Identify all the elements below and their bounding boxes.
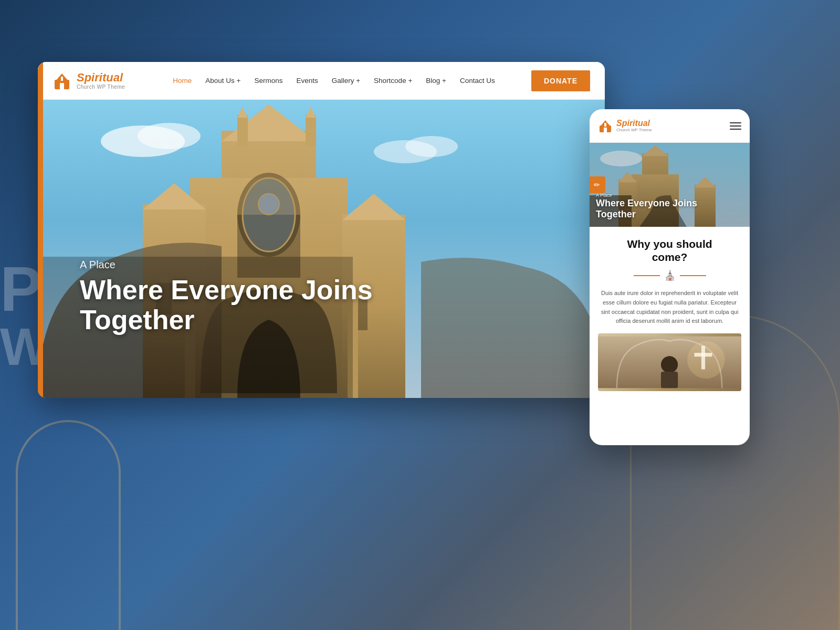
desktop-hero: A Place Where Everyone Joins Together — [38, 100, 605, 398]
mobile-section-title-line1: Why you should — [627, 238, 712, 250]
desktop-nav: Home About Us + Sermons Events Gallery +… — [136, 74, 531, 88]
desktop-brand: Spiritual Church WP Theme — [52, 71, 136, 90]
nav-home[interactable]: Home — [167, 74, 197, 88]
svg-rect-2 — [60, 83, 64, 89]
mobile-section-divider: ⛪ — [598, 270, 741, 281]
mobile-brand: Spiritual Church WP Theme — [598, 119, 652, 133]
svg-point-47 — [661, 356, 678, 373]
mobile-bottom-image — [598, 333, 741, 391]
brand-text: Spiritual Church WP Theme — [77, 71, 125, 90]
mobile-hero-text: A Place Where Everyone Joins Together — [596, 193, 697, 220]
brand-subtitle: Church WP Theme — [77, 84, 125, 90]
svg-rect-48 — [661, 372, 678, 388]
mobile-brand-subtitle: Church WP Theme — [616, 128, 652, 133]
svg-point-8 — [405, 136, 458, 157]
orange-accent-strip — [38, 62, 43, 398]
mobile-hero: ✏ A Place Where Everyone Joins Together — [590, 143, 750, 227]
nav-events[interactable]: Events — [291, 74, 323, 88]
mobile-hero-title-line1: Where Everyone Joins — [596, 198, 697, 208]
mobile-brand-name: Spiritual — [616, 119, 652, 128]
nav-shortcode[interactable]: Shortcode + — [369, 74, 417, 88]
mobile-body-text: Duis aute irure dolor in reprehenderit i… — [598, 289, 741, 326]
brand-name: Spiritual — [77, 71, 125, 84]
svg-rect-3 — [61, 77, 63, 81]
divider-line-left — [634, 275, 660, 276]
church-icon: ⛪ — [664, 270, 676, 281]
arch-decoration-left — [16, 420, 121, 630]
desktop-mockup: Spiritual Church WP Theme Home About Us … — [38, 62, 605, 398]
nav-sermons[interactable]: Sermons — [249, 74, 288, 88]
svg-point-49 — [687, 341, 725, 379]
mobile-church-interior — [598, 333, 741, 391]
nav-blog[interactable]: Blog + — [421, 74, 452, 88]
hero-text-block: A Place Where Everyone Joins Together — [80, 259, 373, 335]
brand-icon — [52, 71, 71, 90]
divider-line-right — [680, 275, 706, 276]
hero-title-line2: Together — [80, 304, 195, 335]
mobile-edit-button[interactable]: ✏ — [590, 176, 605, 193]
mobile-content-section: Why you should come? ⛪ Duis aute irure d… — [590, 227, 750, 400]
mobile-navbar: Spiritual Church WP Theme — [590, 109, 750, 143]
svg-rect-32 — [604, 123, 606, 127]
pencil-icon: ✏ — [594, 181, 600, 189]
mobile-brand-icon — [598, 119, 613, 133]
mobile-hero-subtitle: A Place — [596, 193, 697, 198]
hero-title-line1: Where Everyone Joins — [80, 275, 373, 305]
hamburger-line-3 — [730, 129, 741, 130]
donate-button[interactable]: DONATE — [531, 70, 590, 91]
svg-rect-13 — [306, 115, 316, 146]
hamburger-menu[interactable] — [730, 122, 741, 130]
mobile-mockup: Spiritual Church WP Theme — [590, 109, 750, 445]
mobile-section-title-line2: come? — [652, 251, 688, 263]
hero-subtitle: A Place — [80, 259, 373, 271]
nav-about[interactable]: About Us + — [200, 74, 246, 88]
svg-rect-11 — [237, 115, 248, 146]
hamburger-line-1 — [730, 122, 741, 123]
desktop-navbar: Spiritual Church WP Theme Home About Us … — [38, 62, 605, 100]
mobile-hero-title-line2: Together — [596, 209, 636, 219]
svg-point-6 — [138, 123, 201, 149]
mobile-hero-title: Where Everyone Joins Together — [596, 198, 697, 220]
hero-title: Where Everyone Joins Together — [80, 275, 373, 335]
hamburger-line-2 — [730, 125, 741, 127]
nav-contact[interactable]: Contact Us — [455, 74, 500, 88]
mobile-section-title: Why you should come? — [598, 237, 741, 264]
nav-gallery[interactable]: Gallery + — [327, 74, 365, 88]
svg-point-19 — [258, 194, 279, 215]
mobile-brand-text: Spiritual Church WP Theme — [616, 119, 652, 132]
cathedral-illustration — [38, 100, 605, 398]
svg-rect-31 — [604, 128, 607, 132]
